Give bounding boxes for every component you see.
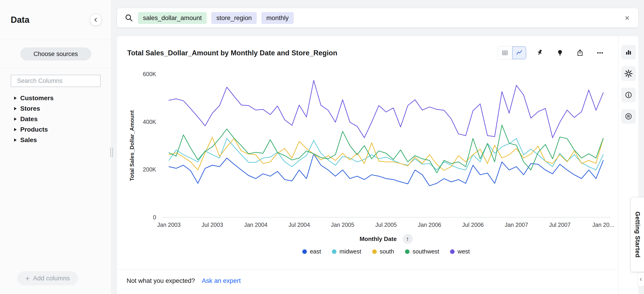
tree-item-label: Customers: [20, 94, 54, 102]
x-tick-label: Jan 2005: [331, 222, 354, 228]
series-line-midwest: [169, 138, 603, 170]
series-line-south: [169, 137, 603, 170]
chart-toolbar: [498, 46, 606, 60]
tree-item-products[interactable]: Products: [0, 124, 111, 135]
chart-title: Total Sales_Dollar_Amount by Monthly Dat…: [127, 49, 337, 57]
add-columns-label: Add columns: [33, 275, 70, 282]
data-panel: Data Choose sources Customers Stores Dat…: [0, 0, 112, 294]
legend-dot: [450, 249, 454, 254]
panel-resize-handle[interactable]: [110, 148, 113, 157]
line-chart-icon: [516, 49, 523, 56]
x-tick-label: Jan 2003: [157, 222, 181, 228]
legend-label: southwest: [412, 248, 439, 255]
column-tree: Customers Stores Dates Products Sales: [0, 93, 111, 145]
x-tick-label: Jan 2006: [418, 222, 441, 228]
legend-item-midwest[interactable]: midwest: [332, 248, 361, 255]
x-tick-label: Jul 2005: [376, 222, 397, 228]
r-analysis-button[interactable]: R: [621, 109, 636, 124]
footer-question: Not what you expected?: [126, 277, 195, 284]
add-columns-button[interactable]: + Add columns: [17, 271, 78, 285]
chart-legend: eastmidwestsouthsouthwestwest: [169, 248, 603, 255]
sources-row: Choose sources: [0, 40, 111, 68]
legend-item-east[interactable]: east: [302, 248, 321, 255]
series-line-west: [169, 80, 603, 138]
gear-icon: [624, 70, 632, 78]
expand-caret-icon: [14, 138, 16, 142]
sort-ascending-button[interactable]: ↑: [403, 234, 413, 244]
configure-chart-button[interactable]: [621, 66, 636, 81]
collapse-getting-started-button[interactable]: [638, 272, 644, 286]
info-button[interactable]: [621, 88, 636, 102]
tree-item-label: Sales: [20, 136, 37, 144]
tree-item-customers[interactable]: Customers: [0, 93, 111, 104]
series-line-east: [169, 154, 603, 186]
y-axis-title: Total Sales_Dollar_Amount: [129, 110, 135, 181]
legend-label: south: [380, 248, 394, 255]
data-panel-header: Data: [0, 0, 111, 40]
tree-item-label: Stores: [20, 105, 40, 112]
pin-icon: [536, 49, 544, 57]
legend-dot: [372, 249, 377, 254]
view-toggle-group: [498, 46, 526, 60]
column-search: [11, 75, 100, 87]
expand-caret-icon: [14, 118, 16, 121]
x-tick-label: Jul 2003: [202, 222, 223, 228]
search-token-store-region[interactable]: store_region: [211, 12, 257, 24]
expand-caret-icon: [14, 107, 16, 110]
legend-item-west[interactable]: west: [450, 248, 470, 255]
lightbulb-icon: [556, 49, 564, 57]
search-icon: [125, 14, 134, 22]
search-token-sales-dollar-amount[interactable]: sales_dollar_amount: [138, 12, 207, 24]
getting-started-tab[interactable]: Getting Started: [630, 197, 644, 272]
legend-dot: [332, 249, 336, 254]
more-options-button[interactable]: [594, 46, 606, 59]
legend-item-south[interactable]: south: [372, 248, 394, 255]
expand-caret-icon: [14, 96, 16, 100]
legend-dot: [302, 249, 307, 254]
chevron-left-icon: [638, 277, 643, 282]
x-tick-label: Jan 20...: [592, 222, 614, 228]
tree-item-sales[interactable]: Sales: [0, 135, 111, 145]
svg-text:R: R: [627, 114, 630, 118]
legend-item-southwest[interactable]: southwest: [405, 248, 439, 255]
search-bar: sales_dollar_amount store_region monthly: [117, 8, 638, 28]
x-tick-label: Jul 2006: [462, 222, 484, 228]
column-search-input[interactable]: [17, 78, 98, 84]
series-line-southwest: [169, 125, 603, 173]
app-window: Data Choose sources Customers Stores Dat…: [0, 0, 644, 294]
table-icon: [501, 49, 508, 56]
answer-card: Total Sales_Dollar_Amount by Monthly Dat…: [117, 36, 618, 294]
share-button[interactable]: [574, 46, 586, 59]
answer-footer: Not what you expected? Ask an expert: [117, 269, 618, 284]
search-token-monthly[interactable]: monthly: [261, 12, 294, 24]
tree-item-stores[interactable]: Stores: [0, 104, 111, 114]
clear-search-button[interactable]: [624, 14, 630, 22]
tree-item-dates[interactable]: Dates: [0, 114, 111, 124]
change-visualization-button[interactable]: [621, 45, 636, 60]
getting-started-label: Getting Started: [634, 212, 641, 258]
x-axis-label-row: Monthly Date ↑: [169, 234, 603, 244]
legend-label: midwest: [340, 248, 361, 255]
share-icon: [576, 49, 584, 57]
bar-chart-icon: [625, 48, 632, 56]
ask-expert-link[interactable]: Ask an expert: [202, 277, 240, 284]
collapse-panel-button[interactable]: [90, 14, 102, 26]
tree-item-label: Dates: [20, 116, 38, 123]
legend-label: east: [310, 248, 321, 255]
pin-button[interactable]: [534, 46, 546, 59]
r-logo-icon: R: [625, 112, 632, 120]
insights-button[interactable]: [554, 46, 566, 59]
chart-view-button[interactable]: [512, 46, 526, 59]
info-icon: [625, 91, 632, 99]
y-tick-label: 0: [153, 214, 156, 220]
y-tick-label: 400K: [143, 119, 156, 125]
y-tick-label: 200K: [143, 166, 156, 172]
table-view-button[interactable]: [498, 46, 512, 59]
answer-surface: Total Sales_Dollar_Amount by Monthly Dat…: [117, 36, 638, 294]
y-tick-label: 600K: [143, 71, 156, 77]
x-tick-label: Jan 2004: [244, 222, 268, 228]
expand-caret-icon: [14, 128, 16, 131]
panel-title: Data: [11, 15, 29, 25]
choose-sources-button[interactable]: Choose sources: [20, 47, 91, 60]
chevron-left-icon: [92, 16, 99, 23]
